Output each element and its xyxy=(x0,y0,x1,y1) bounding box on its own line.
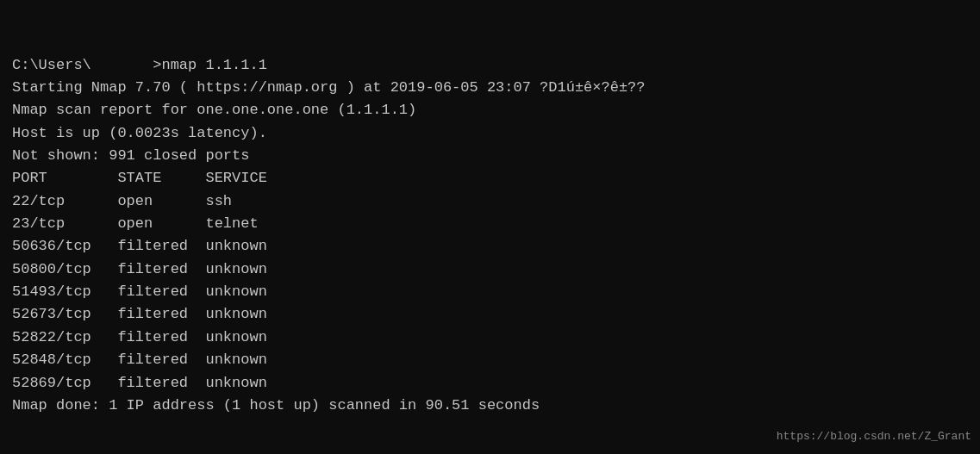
terminal-line: C:\Users\ >nmap 1.1.1.1 xyxy=(12,54,968,77)
terminal-line: 50800/tcp filtered unknown xyxy=(12,258,968,281)
watermark: https://blog.csdn.net/Z_Grant xyxy=(777,428,971,445)
terminal-line: 52869/tcp filtered unknown xyxy=(12,372,968,395)
terminal-line: 52822/tcp filtered unknown xyxy=(12,327,968,349)
terminal-line: PORT STATE SERVICE xyxy=(12,167,968,190)
terminal-line: 50636/tcp filtered unknown xyxy=(12,235,968,258)
terminal-line: Nmap done: 1 IP address (1 host up) scan… xyxy=(12,395,968,417)
terminal-window: C:\Users\ >nmap 1.1.1.1Starting Nmap 7.7… xyxy=(0,0,980,454)
terminal-line: Starting Nmap 7.70 ( https://nmap.org ) … xyxy=(12,77,968,99)
terminal-line: 51493/tcp filtered unknown xyxy=(12,281,968,303)
terminal-line: 22/tcp open ssh xyxy=(12,190,968,213)
terminal-line: 52673/tcp filtered unknown xyxy=(12,303,968,326)
terminal-line: Host is up (0.0023s latency). xyxy=(12,122,968,145)
terminal-line: Not shown: 991 closed ports xyxy=(12,145,968,167)
terminal-line: 23/tcp open telnet xyxy=(12,213,968,235)
terminal-output: C:\Users\ >nmap 1.1.1.1Starting Nmap 7.7… xyxy=(12,54,968,418)
terminal-line: Nmap scan report for one.one.one.one (1.… xyxy=(12,99,968,121)
terminal-line: 52848/tcp filtered unknown xyxy=(12,349,968,371)
